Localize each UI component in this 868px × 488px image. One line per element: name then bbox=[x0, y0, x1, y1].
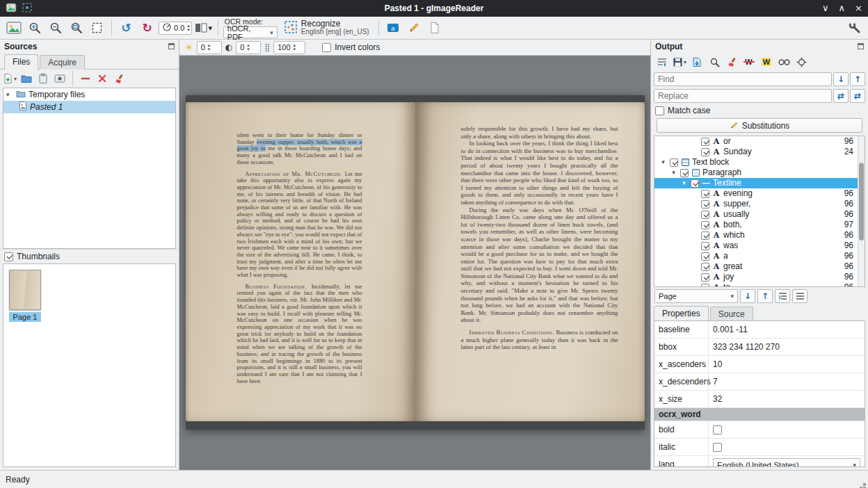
expander-icon[interactable]: ▾ bbox=[680, 178, 689, 188]
clear-output-button[interactable] bbox=[724, 54, 739, 70]
layout-button[interactable]: ▾ bbox=[194, 19, 213, 38]
page-filter-combo[interactable]: Page ▾ bbox=[654, 289, 738, 303]
zoom-out-button[interactable] bbox=[46, 19, 65, 38]
item-checkbox[interactable] bbox=[701, 221, 709, 229]
expander-icon[interactable]: ▾ bbox=[6, 91, 13, 98]
zoom-in-button[interactable] bbox=[25, 19, 44, 38]
expander-icon[interactable]: ▾ bbox=[659, 157, 668, 168]
add-images-button[interactable] bbox=[4, 19, 23, 38]
find-replace-button[interactable] bbox=[707, 54, 722, 70]
rotate-left-button[interactable]: ↺ bbox=[117, 19, 136, 38]
lang-combo[interactable]: English (United States)▾ bbox=[713, 458, 860, 467]
tree-row[interactable]: Awas96 bbox=[654, 241, 865, 251]
item-checkbox[interactable] bbox=[701, 231, 709, 240]
tree-row[interactable]: Awhich96 bbox=[654, 230, 865, 241]
property-value[interactable]: 10 bbox=[709, 356, 865, 373]
tree-row[interactable]: ASunday24 bbox=[654, 147, 865, 157]
find-prev-button[interactable]: ↑ bbox=[850, 72, 865, 86]
ocr-tree[interactable]: Aor96ASunday24▾Text block▾Paragraph▾—Tex… bbox=[654, 136, 865, 287]
resize-grip[interactable] bbox=[863, 483, 866, 486]
clear-files-button[interactable] bbox=[112, 71, 126, 86]
thumbnails-checkbox[interactable] bbox=[4, 252, 13, 261]
brightness-spinbox[interactable]: 0 ▴▾ bbox=[197, 41, 222, 54]
zoom-original-button[interactable] bbox=[88, 19, 106, 38]
paste-button[interactable] bbox=[36, 71, 50, 86]
item-checkbox[interactable] bbox=[701, 252, 709, 261]
confidence-strike-button[interactable]: W bbox=[741, 54, 757, 70]
item-checkbox[interactable] bbox=[691, 179, 699, 188]
replace-all-button[interactable]: ⇄ bbox=[850, 89, 865, 103]
open-folder-button[interactable] bbox=[19, 71, 33, 86]
image-canvas[interactable]: often went to their home for Sunday dinn… bbox=[179, 56, 650, 470]
italic-checkbox[interactable] bbox=[713, 443, 722, 452]
minimize-button[interactable]: ∨ bbox=[822, 0, 829, 17]
add-file-button[interactable]: ▾ bbox=[3, 71, 17, 86]
replace-button[interactable]: ⇄ bbox=[833, 89, 849, 103]
close-button[interactable]: × bbox=[855, 0, 862, 17]
replace-input[interactable] bbox=[654, 89, 832, 103]
tree-row[interactable]: Aor96 bbox=[654, 136, 865, 147]
item-checkbox[interactable] bbox=[701, 263, 709, 271]
property-value[interactable]: 32 bbox=[709, 391, 865, 407]
page-thumbnail[interactable] bbox=[9, 270, 41, 310]
bold-checkbox[interactable] bbox=[713, 425, 722, 434]
item-checkbox[interactable] bbox=[701, 190, 709, 198]
tab-source[interactable]: Source bbox=[710, 307, 753, 321]
item-checkbox[interactable] bbox=[701, 273, 709, 282]
thumbnail-caption[interactable]: Page 1 bbox=[9, 312, 41, 322]
tree-row[interactable]: Ausually96 bbox=[654, 209, 865, 220]
tree-row[interactable]: ▾Text block bbox=[654, 157, 865, 168]
maximize-button[interactable]: ∧ bbox=[839, 0, 846, 17]
resolution-spinbox[interactable]: 100 ▴▾ bbox=[273, 41, 305, 54]
tree-row[interactable]: ▾—Textline bbox=[654, 178, 865, 188]
preview-glasses-button[interactable] bbox=[776, 54, 791, 70]
screenshot-button[interactable] bbox=[53, 71, 67, 86]
tree-row[interactable]: Agreat96 bbox=[654, 261, 865, 272]
tree-row[interactable]: ▾Paragraph bbox=[654, 168, 865, 178]
tab-files[interactable]: Files bbox=[4, 54, 38, 70]
item-checkbox[interactable] bbox=[701, 148, 709, 156]
spin-arrows[interactable]: ▴▾ bbox=[294, 43, 296, 51]
tree-row[interactable]: Ajoy96 bbox=[654, 272, 865, 282]
append-text-button[interactable] bbox=[654, 54, 670, 70]
expand-all-button[interactable] bbox=[775, 289, 790, 303]
detach-panel-icon[interactable] bbox=[858, 43, 864, 49]
tree-row[interactable]: Ato96 bbox=[654, 282, 865, 287]
spin-arrows[interactable]: ▴▾ bbox=[187, 24, 190, 32]
tree-row-pasted-1[interactable]: Pasted 1 bbox=[3, 101, 175, 113]
collapse-all-button[interactable] bbox=[792, 289, 807, 303]
contrast-spinbox[interactable]: 0 ▴▾ bbox=[236, 41, 261, 54]
scanned-image[interactable]: often went to their home for Sunday dinn… bbox=[186, 95, 645, 430]
item-checkbox[interactable] bbox=[701, 138, 709, 146]
tree-row[interactable]: Aboth,97 bbox=[654, 220, 865, 230]
invert-colors-checkbox[interactable] bbox=[322, 43, 331, 52]
item-checkbox[interactable] bbox=[701, 284, 709, 288]
substitutions-button[interactable]: Substitutions bbox=[657, 118, 862, 133]
scrollbar-thumb[interactable] bbox=[859, 163, 864, 241]
item-checkbox[interactable] bbox=[670, 158, 678, 167]
tree-row[interactable]: Aa96 bbox=[654, 251, 865, 261]
file-tree[interactable]: ▾ Temporary files Pasted 1 bbox=[3, 88, 176, 249]
detach-panel-icon[interactable] bbox=[168, 43, 175, 49]
delete-file-button[interactable] bbox=[95, 71, 109, 86]
item-checkbox[interactable] bbox=[701, 200, 709, 209]
property-value[interactable]: 7 bbox=[709, 373, 865, 390]
item-checkbox[interactable] bbox=[701, 211, 709, 219]
spin-arrows[interactable]: ▴▾ bbox=[247, 43, 250, 51]
tab-acquire[interactable]: Acquire bbox=[40, 55, 85, 70]
save-output-button[interactable]: ▾ bbox=[672, 54, 687, 70]
property-value[interactable]: 0.001 -11 bbox=[709, 321, 865, 338]
new-document-button[interactable] bbox=[426, 19, 444, 38]
export-button[interactable] bbox=[689, 54, 705, 70]
settings-wrench-button[interactable] bbox=[845, 19, 864, 38]
spin-down-icon[interactable]: ▾ bbox=[294, 47, 296, 51]
language-button[interactable]: a bbox=[384, 19, 403, 38]
tree-row[interactable]: Aevening96 bbox=[654, 188, 865, 199]
expander-icon[interactable]: ▾ bbox=[669, 168, 678, 178]
spin-down-icon[interactable]: ▾ bbox=[247, 47, 250, 51]
find-next-button[interactable]: ↓ bbox=[833, 72, 849, 86]
pen-button[interactable] bbox=[405, 19, 424, 38]
tree-scrollbar[interactable] bbox=[858, 136, 865, 286]
ocr-mode-combo[interactable]: hOCR, PDF ▾ bbox=[223, 26, 278, 38]
remove-file-button[interactable] bbox=[79, 71, 93, 86]
